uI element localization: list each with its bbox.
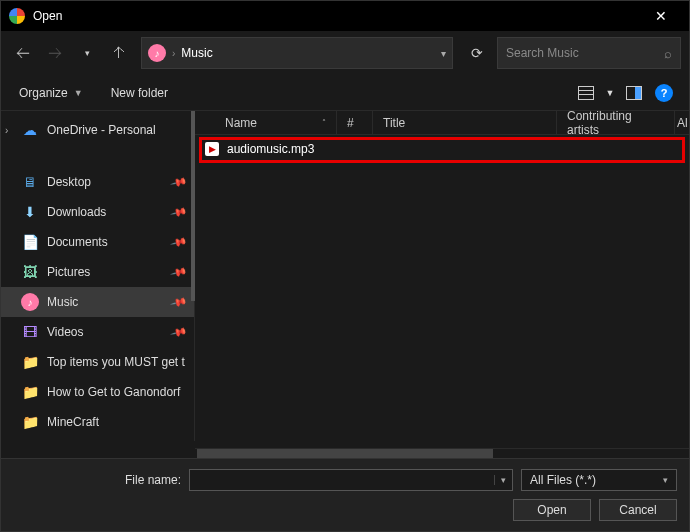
view-button[interactable]: [573, 80, 599, 106]
filename-combobox[interactable]: ▾: [189, 469, 513, 491]
music-icon: ♪: [21, 293, 39, 311]
list-view-icon: [578, 86, 594, 100]
titlebar: Open ✕: [1, 1, 689, 31]
pin-icon: 📌: [170, 263, 189, 281]
sort-asc-icon: ˄: [322, 118, 326, 127]
chevron-right-icon: ›: [172, 48, 175, 59]
scrollbar-thumb[interactable]: [197, 449, 493, 458]
filetype-filter[interactable]: All Files (*.*) ▾: [521, 469, 677, 491]
filename-dropdown[interactable]: ▾: [494, 475, 512, 485]
filename-input[interactable]: [190, 473, 494, 487]
sidebar-item-label: OneDrive - Personal: [47, 123, 186, 137]
column-label: Title: [383, 116, 405, 130]
address-dropdown[interactable]: ▾: [441, 48, 446, 59]
music-icon: ♪: [148, 44, 166, 62]
sidebar-item-downloads[interactable]: ⬇ Downloads 📌: [1, 197, 194, 227]
open-label: Open: [537, 503, 566, 517]
folder-icon: 📁: [21, 353, 39, 371]
sidebar-item-label: Videos: [47, 325, 164, 339]
expand-icon[interactable]: ›: [5, 125, 8, 136]
download-icon: ⬇: [21, 203, 39, 221]
pin-icon: 📌: [170, 173, 189, 191]
help-button[interactable]: ?: [651, 80, 677, 106]
sidebar-item-label: Pictures: [47, 265, 164, 279]
horizontal-scrollbar[interactable]: [195, 448, 689, 458]
toolbar: Organize ▼ New folder ▼ ?: [1, 75, 689, 111]
search-icon[interactable]: ⌕: [664, 46, 672, 61]
document-icon: 📄: [21, 233, 39, 251]
body: › ☁ OneDrive - Personal 🖥 Desktop 📌 ⬇ Do…: [1, 111, 689, 458]
column-headers: Name ˄ # Title Contributing artists Al: [195, 111, 689, 135]
videos-icon: 🎞: [21, 323, 39, 341]
view-dropdown[interactable]: ▼: [603, 80, 617, 106]
cancel-button[interactable]: Cancel: [599, 499, 677, 521]
folder-icon: 📁: [21, 383, 39, 401]
file-list[interactable]: ▶ audiomusic.mp3: [195, 135, 689, 448]
file-name: audiomusic.mp3: [227, 142, 314, 156]
address-bar[interactable]: ♪ › Music ▾: [141, 37, 453, 69]
sidebar-item-folder[interactable]: 📁 How to Get to Ganondorf: [1, 377, 194, 407]
window-title: Open: [33, 9, 641, 23]
refresh-button[interactable]: ⟳: [461, 37, 493, 69]
sidebar-item-desktop[interactable]: 🖥 Desktop 📌: [1, 167, 194, 197]
column-clipped[interactable]: Al: [675, 111, 689, 134]
chevron-down-icon: ▼: [74, 88, 83, 98]
sidebar-item-label: Downloads: [47, 205, 164, 219]
column-name[interactable]: Name ˄: [195, 111, 337, 134]
help-icon: ?: [655, 84, 673, 102]
column-artists[interactable]: Contributing artists: [557, 111, 675, 134]
footer: File name: ▾ All Files (*.*) ▾ Open Canc…: [1, 458, 689, 531]
new-folder-button[interactable]: New folder: [105, 82, 174, 104]
filename-label: File name:: [13, 473, 181, 487]
pin-icon: 📌: [170, 203, 189, 221]
sidebar-item-pictures[interactable]: 🖼 Pictures 📌: [1, 257, 194, 287]
column-number[interactable]: #: [337, 111, 373, 134]
sidebar: › ☁ OneDrive - Personal 🖥 Desktop 📌 ⬇ Do…: [1, 111, 195, 441]
preview-pane-button[interactable]: [621, 80, 647, 106]
organize-label: Organize: [19, 86, 68, 100]
sidebar-item-folder[interactable]: 📁 Top items you MUST get t: [1, 347, 194, 377]
pin-icon: 📌: [170, 233, 189, 251]
search-input[interactable]: [506, 46, 664, 60]
desktop-icon: 🖥: [21, 173, 39, 191]
pin-icon: 📌: [170, 323, 189, 341]
sidebar-item-documents[interactable]: 📄 Documents 📌: [1, 227, 194, 257]
footer-buttons: Open Cancel: [13, 499, 677, 521]
close-button[interactable]: ✕: [641, 1, 681, 31]
open-button[interactable]: Open: [513, 499, 591, 521]
filter-label: All Files (*.*): [530, 473, 656, 487]
cloud-icon: ☁: [21, 121, 39, 139]
back-button[interactable]: 🡠: [9, 39, 37, 67]
organize-button[interactable]: Organize ▼: [13, 82, 89, 104]
preview-pane-icon: [626, 86, 642, 100]
open-dialog: Open ✕ 🡠 🡢 ▾ 🡡 ♪ › Music ▾ ⟳ ⌕ Organize …: [0, 0, 690, 532]
sidebar-item-label: MineCraft: [47, 415, 186, 429]
column-label: #: [347, 116, 354, 130]
pin-icon: 📌: [170, 293, 189, 311]
navbar: 🡠 🡢 ▾ 🡡 ♪ › Music ▾ ⟳ ⌕: [1, 31, 689, 75]
filter-dropdown[interactable]: ▾: [656, 475, 674, 485]
sidebar-item-label: Desktop: [47, 175, 164, 189]
sidebar-item-videos[interactable]: 🎞 Videos 📌: [1, 317, 194, 347]
cancel-label: Cancel: [619, 503, 656, 517]
sidebar-item-music[interactable]: ♪ Music 📌: [1, 287, 194, 317]
file-row[interactable]: ▶ audiomusic.mp3: [195, 137, 689, 161]
recent-dropdown[interactable]: ▾: [73, 39, 101, 67]
sidebar-item-label: Music: [47, 295, 164, 309]
column-label: Al: [677, 116, 688, 130]
sidebar-item-folder[interactable]: 📁 MineCraft: [1, 407, 194, 437]
breadcrumb-location[interactable]: Music: [181, 46, 212, 60]
filename-row: File name: ▾ All Files (*.*) ▾: [13, 469, 677, 491]
up-button[interactable]: 🡡: [105, 39, 133, 67]
search-box[interactable]: ⌕: [497, 37, 681, 69]
column-label: Name: [225, 116, 257, 130]
new-folder-label: New folder: [111, 86, 168, 100]
folder-icon: 📁: [21, 413, 39, 431]
forward-button[interactable]: 🡢: [41, 39, 69, 67]
sidebar-wrap: › ☁ OneDrive - Personal 🖥 Desktop 📌 ⬇ Do…: [1, 111, 195, 458]
column-label: Contributing artists: [567, 109, 664, 137]
sidebar-item-label: How to Get to Ganondorf: [47, 385, 186, 399]
sidebar-item-onedrive[interactable]: › ☁ OneDrive - Personal: [1, 115, 194, 145]
sidebar-item-label: Top items you MUST get t: [47, 355, 186, 369]
column-title[interactable]: Title: [373, 111, 557, 134]
